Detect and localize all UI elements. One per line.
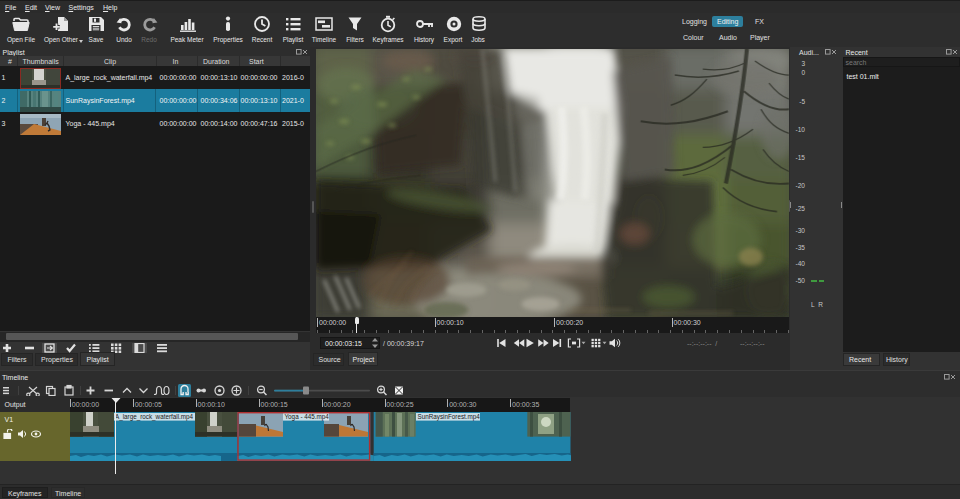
svg-text:SunRaysinForest.mp4: SunRaysinForest.mp4 [418, 413, 481, 421]
svg-text:Yoga - 445.mp4: Yoga - 445.mp4 [285, 413, 330, 421]
svg-text:A_large_rock_waterfall.mp4: A_large_rock_waterfall.mp4 [115, 413, 194, 421]
